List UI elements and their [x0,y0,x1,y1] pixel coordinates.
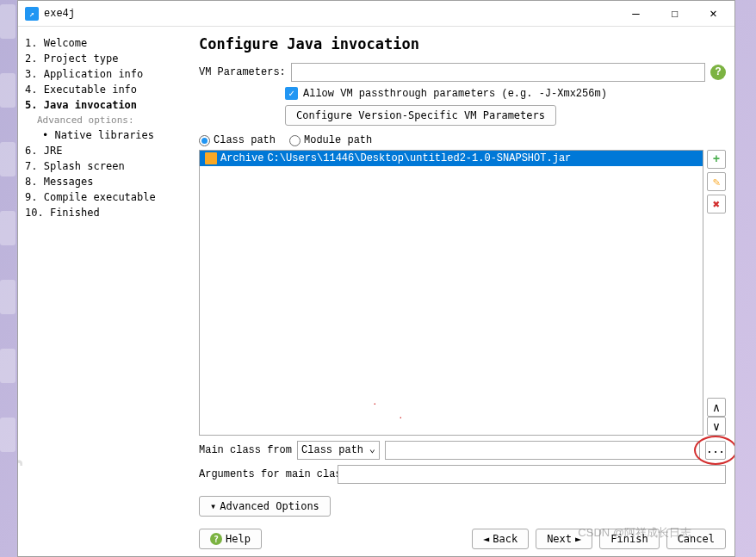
step-jre[interactable]: 6. JRE [25,143,183,158]
step-finished[interactable]: 10. Finished [25,205,183,220]
titlebar[interactable]: ↗ exe4j — ☐ ✕ [18,1,734,27]
help-icon[interactable]: ? [710,65,726,80]
app-icon: ↗ [25,7,39,21]
advanced-options-label: Advanced options: [25,113,183,127]
annotation-mark: · [398,412,404,423]
main-class-from-select[interactable]: Class path [297,441,380,460]
reorder-arrows: ∧ ∨ [707,398,726,436]
main-class-input[interactable] [385,441,700,460]
arrow-right-icon: ► [575,533,581,545]
classpath-area: Archive C:\Users\11446\Desktop\untitled2… [199,150,726,436]
delete-button[interactable]: ✖ [707,195,726,214]
arguments-input[interactable] [338,465,726,484]
step-application-info[interactable]: 3. Application info [25,66,183,82]
finish-button[interactable]: Finish [599,529,659,549]
desktop-icons-strip [0,0,17,557]
arrow-left-icon: ◄ [483,533,489,545]
arguments-row: Arguments for main class: [199,465,726,484]
step-executable-info[interactable]: 4. Executable info [25,82,183,97]
arguments-label: Arguments for main class: [199,468,332,480]
classpath-side-buttons: + ✎ ✖ ∧ ∨ [707,150,726,436]
vm-parameters-label: VM Parameters: [199,66,286,78]
configure-version-specific-button[interactable]: Configure Version-Specific VM Parameters [285,105,556,126]
advanced-options-button[interactable]: ▾ Advanced Options [199,496,331,517]
step-welcome[interactable]: 1. Welcome [25,35,183,51]
archive-icon [205,152,217,164]
advanced-options-row: ▾ Advanced Options [199,496,726,517]
chevron-down-icon: ▾ [210,500,216,512]
main-panel: Configure Java invocation VM Parameters:… [190,27,734,556]
substep-native-libraries[interactable]: • Native libraries [25,127,183,143]
sidebar: 1. Welcome 2. Project type 3. Applicatio… [18,27,190,556]
path-type-radios: Class path Module path [199,134,726,146]
step-splash-screen[interactable]: 7. Splash screen [25,158,183,174]
step-project-type[interactable]: 2. Project type [25,51,183,66]
help-button[interactable]: ? Help [199,529,262,549]
browse-main-class-button[interactable]: ... [705,441,726,460]
radio-icon [199,135,210,146]
close-button[interactable]: ✕ [694,2,733,26]
desktop-icon [0,280,15,314]
page-title: Configure Java invocation [199,35,726,53]
radio-icon [289,135,301,146]
move-down-button[interactable]: ∨ [707,417,726,436]
maximize-button[interactable]: ☐ [655,2,694,26]
classpath-list[interactable]: Archive C:\Users\11446\Desktop\untitled2… [199,150,703,436]
classpath-entry[interactable]: Archive C:\Users\11446\Desktop\untitled2… [200,151,703,166]
annotation-mark: · [372,399,378,409]
desktop-icon [0,418,15,452]
window-controls: — ☐ ✕ [617,2,733,26]
step-messages[interactable]: 8. Messages [25,174,183,189]
desktop-icon [0,73,15,108]
app-window: ↗ exe4j — ☐ ✕ 1. Welcome 2. Project type… [17,0,735,557]
desktop-icon [0,211,15,245]
config-version-row: Configure Version-Specific VM Parameters [199,105,726,126]
wizard-footer: ? Help ◄ Back Next ► Finish Cancel [199,523,726,549]
radio-label: Module path [304,134,372,146]
body-area: 1. Welcome 2. Project type 3. Applicatio… [18,27,734,556]
next-button[interactable]: Next ► [536,529,592,549]
classpath-radio[interactable]: Class path [199,134,276,146]
modulepath-radio[interactable]: Module path [289,134,372,146]
step-compile-executable[interactable]: 9. Compile executable [25,189,183,205]
main-class-label: Main class from [199,444,292,456]
passthrough-checkbox[interactable]: ✓ [285,87,298,100]
passthrough-row: ✓ Allow VM passthrough parameters (e.g. … [199,87,726,100]
desktop-icon [0,142,15,176]
minimize-button[interactable]: — [617,2,655,26]
vm-parameters-input[interactable] [291,63,705,82]
back-button[interactable]: ◄ Back [472,529,529,549]
step-java-invocation[interactable]: 5. Java invocation [25,97,183,113]
window-title: exe4j [44,8,617,20]
desktop-icon [0,4,15,39]
brand-watermark: exe4j [18,456,23,539]
main-class-row: Main class from Class path ... [199,441,726,460]
vm-parameters-row: VM Parameters: ? [199,63,726,82]
add-button[interactable]: + [707,150,726,169]
entry-type: Archive [220,152,263,164]
entry-path: C:\Users\11446\Desktop\untitled2-1.0-SNA… [267,152,571,164]
passthrough-label[interactable]: Allow VM passthrough parameters (e.g. -J… [303,88,607,100]
cancel-button[interactable]: Cancel [666,529,726,549]
desktop-icon [0,349,15,383]
move-up-button[interactable]: ∧ [707,398,726,417]
help-icon: ? [210,533,222,545]
edit-button[interactable]: ✎ [707,172,726,191]
radio-label: Class path [214,134,276,146]
